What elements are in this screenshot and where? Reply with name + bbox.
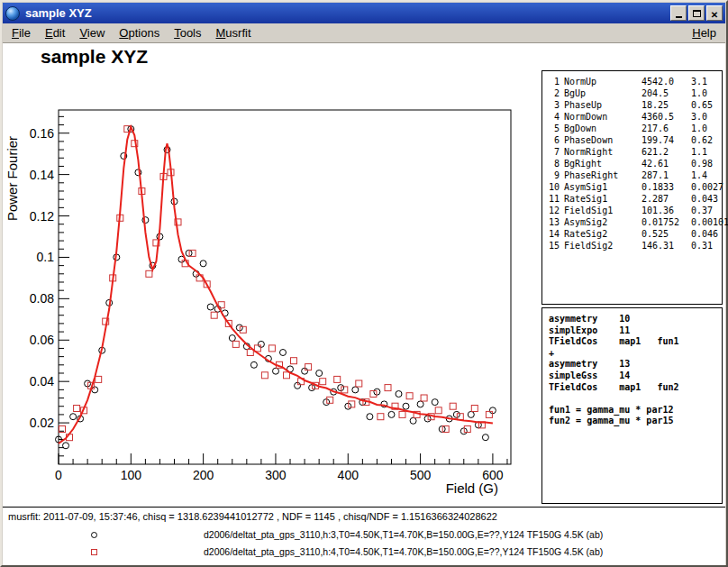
theory-line: asymmetry 10 xyxy=(549,314,722,325)
data-point-square xyxy=(96,376,102,382)
y-tick-label: 0.12 xyxy=(30,209,54,224)
theory-line xyxy=(549,393,722,405)
menu-item-tools[interactable]: Tools xyxy=(167,24,208,41)
data-point-square xyxy=(378,414,384,420)
data-point-square xyxy=(341,387,348,393)
parameter-panel: 1NormUp4542.03.12BgUp204.51.03PhaseUp18.… xyxy=(541,70,723,305)
data-point-circle xyxy=(352,387,359,393)
data-point-square xyxy=(385,385,391,391)
titlebar[interactable]: sample XYZ xyxy=(3,3,725,23)
x-tick-label: 500 xyxy=(410,468,432,482)
window-controls xyxy=(670,5,723,21)
window-title: sample XYZ xyxy=(25,6,670,20)
fit-curve xyxy=(59,127,493,444)
data-point-square xyxy=(334,376,341,382)
menu-item-view[interactable]: View xyxy=(72,24,112,41)
data-point-circle xyxy=(388,411,395,417)
param-row: 9PhaseRight287.11.4 xyxy=(549,169,722,181)
data-point-square xyxy=(399,411,405,417)
data-point-circle xyxy=(417,401,423,407)
x-tick-label: 300 xyxy=(265,468,287,482)
x-tick-label: 200 xyxy=(193,468,214,482)
theory-line: fun2 = gamma_mu * par15 xyxy=(549,416,722,427)
data-point-circle xyxy=(70,414,77,420)
menu-item-options[interactable]: Options xyxy=(112,24,167,41)
legend-marker-circle-icon xyxy=(91,532,97,538)
data-point-circle xyxy=(468,411,474,417)
y-tick-label: 0.16 xyxy=(30,126,54,141)
plot-title: sample XYZ xyxy=(41,46,148,68)
menu-item-edit[interactable]: Edit xyxy=(38,24,72,41)
plot-frame xyxy=(59,110,511,464)
data-point-circle xyxy=(482,434,488,441)
menu-item-help[interactable]: Help xyxy=(685,24,723,41)
menubar: FileEditViewOptionsToolsMusrfit Help xyxy=(3,23,725,43)
app-window: sample XYZ FileEditViewOptionsToolsMusrf… xyxy=(0,0,728,567)
legend-marker-square-icon xyxy=(91,549,97,555)
param-row: 7NormRight621.21.1 xyxy=(549,146,722,158)
param-row: 6PhaseDown199.740.62 xyxy=(549,134,722,146)
y-tick-label: 0.08 xyxy=(30,291,54,306)
data-point-circle xyxy=(250,361,257,368)
x-axis-title: Field (G) xyxy=(446,480,498,496)
data-point-circle xyxy=(338,385,344,391)
data-point-circle xyxy=(367,414,373,420)
theory-lines: asymmetry 10simplExpo 11TFieldCos map1 f… xyxy=(549,314,722,427)
app-icon[interactable] xyxy=(5,6,20,21)
param-row: 10AsymSig10.18330.0027 xyxy=(549,181,722,193)
data-point-square xyxy=(486,411,492,417)
y-tick-label: 0.14 xyxy=(30,168,54,182)
param-row: 1NormUp4542.03.1 xyxy=(549,76,722,87)
x-tick-label: 100 xyxy=(121,468,142,482)
y-tick-label: 0.02 xyxy=(30,416,54,430)
param-row: 14RateSig20.5250.046 xyxy=(549,228,722,240)
close-icon xyxy=(711,5,718,22)
data-point-square xyxy=(471,406,478,412)
legend-row: d2006/deltat_pta_gps_3110,h:4,T0=4.50K,T… xyxy=(3,545,725,560)
menu-item-file[interactable]: File xyxy=(5,24,38,41)
theory-panel: asymmetry 10simplExpo 11TFieldCos map1 f… xyxy=(541,307,723,504)
data-point-circle xyxy=(63,443,69,449)
data-point-square xyxy=(146,270,152,277)
minimize-button[interactable] xyxy=(670,5,687,21)
data-point-square xyxy=(435,407,441,414)
canvas-divider xyxy=(3,507,725,508)
data-point-square xyxy=(211,312,217,318)
data-point-square xyxy=(370,391,377,398)
param-row: 8BgRight42.610.98 xyxy=(549,158,722,169)
data-point-circle xyxy=(273,368,279,374)
fit-stats: musrfit: 2011-07-09, 15:37:46, chisq = 1… xyxy=(8,511,497,522)
theory-line: asymmetry 13 xyxy=(549,359,722,370)
parameter-rows: 1NormUp4542.03.12BgUp204.51.03PhaseUp18.… xyxy=(549,76,722,251)
menu-item-musrfit[interactable]: Musrfit xyxy=(209,24,259,41)
data-point-circle xyxy=(403,403,409,409)
data-point-circle xyxy=(410,417,416,424)
maximize-icon xyxy=(693,10,701,17)
legend-label: d2006/deltat_pta_gps_3110,h:4,T0=4.50K,T… xyxy=(204,546,603,557)
data-point-circle xyxy=(207,304,214,310)
theory-line: simplExpo 11 xyxy=(549,325,722,337)
param-row: 4NormDown4360.53.0 xyxy=(549,111,722,123)
data-point-square xyxy=(305,364,312,370)
data-point-square xyxy=(450,403,456,409)
data-point-circle xyxy=(280,350,287,356)
data-point-square xyxy=(291,358,297,364)
data-point-square xyxy=(349,401,355,407)
data-point-circle xyxy=(432,399,438,406)
theory-line: TFieldCos map1 fun1 xyxy=(549,336,722,348)
data-point-square xyxy=(268,345,275,352)
maximize-button[interactable] xyxy=(688,5,705,21)
data-point-circle xyxy=(92,387,98,393)
data-point-square xyxy=(74,406,80,412)
close-button[interactable] xyxy=(706,5,723,21)
menu-right: Help xyxy=(685,24,723,41)
data-point-circle xyxy=(200,261,206,267)
param-row: 3PhaseUp18.250.65 xyxy=(549,99,722,111)
param-row: 2BgUp204.51.0 xyxy=(549,87,722,99)
legend-row: d2006/deltat_pta_gps_3110,h:3,T0=4.50K,T… xyxy=(3,528,725,543)
data-point-square xyxy=(320,379,326,385)
y-axis-title: Power Fourier xyxy=(5,136,20,221)
data-point-square xyxy=(356,380,362,387)
param-row: 12FieldSig1101.360.37 xyxy=(549,205,722,216)
data-point-square xyxy=(327,397,333,403)
